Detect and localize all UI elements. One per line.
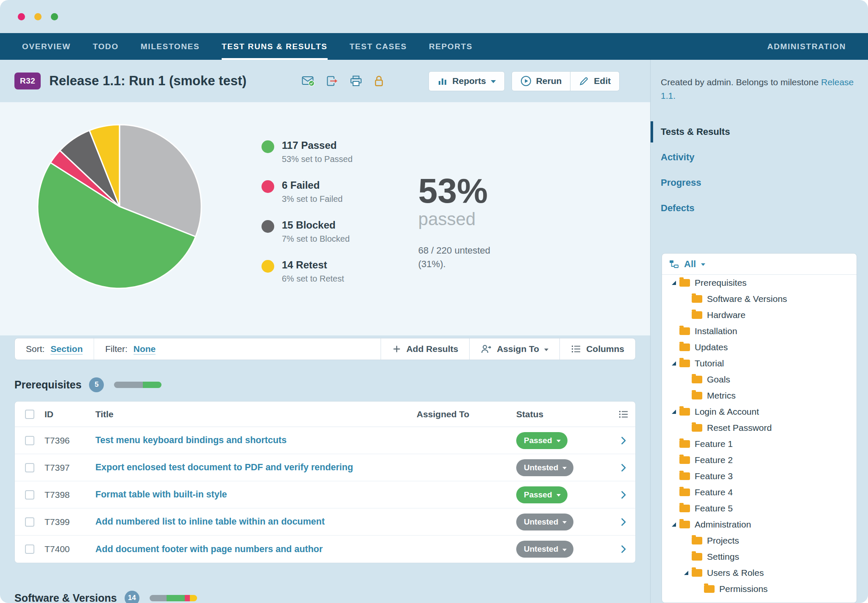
sidebar-item-defects[interactable]: Defects	[651, 195, 868, 221]
nav-tab-todo[interactable]: TODO	[93, 33, 119, 60]
lock-icon[interactable]	[374, 75, 384, 87]
tree-filter-dropdown[interactable]: All	[662, 254, 857, 275]
sidebar-item-activity[interactable]: Activity	[651, 145, 868, 170]
assign-to-button[interactable]: Assign To	[469, 338, 559, 360]
nav-tab-milestones[interactable]: MILESTONES	[141, 33, 200, 60]
add-results-button[interactable]: Add Results	[381, 338, 470, 360]
column-header-status[interactable]: Status	[516, 409, 612, 419]
row-chevron-icon[interactable]	[621, 463, 626, 472]
legend-count: 15 Blocked	[282, 219, 350, 231]
section-title: Prerequisites	[14, 379, 81, 391]
test-title-link[interactable]: Export enclosed test document to PDF and…	[95, 462, 353, 472]
tree-item-metrics[interactable]: Metrics	[662, 388, 857, 404]
folder-icon	[679, 360, 690, 367]
status-label: Untested	[524, 463, 558, 472]
sidebar-item-tests-results[interactable]: Tests & Results	[651, 119, 868, 145]
edit-button[interactable]: Edit	[570, 71, 620, 91]
row-chevron-icon[interactable]	[621, 436, 626, 445]
nav-tab-reports[interactable]: REPORTS	[429, 33, 473, 60]
row-checkbox[interactable]	[25, 463, 34, 472]
status-dropdown[interactable]: Untested	[516, 514, 573, 530]
rerun-edit-group: Rerun Edit	[512, 71, 620, 91]
tests-table: ID Title Assigned To Status T7396 Test m…	[14, 401, 636, 563]
test-title-link[interactable]: Format table with built-in style	[95, 489, 227, 500]
export-icon[interactable]	[326, 75, 338, 87]
row-checkbox[interactable]	[25, 544, 34, 554]
print-icon[interactable]	[350, 75, 362, 87]
email-icon[interactable]	[302, 75, 314, 87]
status-dropdown[interactable]: Passed	[516, 432, 568, 449]
add-results-label: Add Results	[406, 344, 459, 354]
table-row-T7397[interactable]: T7397 Export enclosed test document to P…	[15, 454, 635, 481]
tree-item-feature-2[interactable]: Feature 2	[662, 452, 857, 468]
tree-item-administration[interactable]: Administration	[662, 516, 857, 533]
tree-item-permissions[interactable]: Permissions	[662, 581, 857, 597]
app-window: OVERVIEWTODOMILESTONESTEST RUNS & RESULT…	[0, 0, 868, 603]
tree-item-tutorial[interactable]: Tutorial	[662, 355, 857, 371]
tree-item-feature-3[interactable]: Feature 3	[662, 468, 857, 484]
nav-tab-administration[interactable]: ADMINISTRATION	[767, 33, 846, 60]
tree-item-users-roles[interactable]: Users & Roles	[662, 565, 857, 581]
sidebar-item-progress[interactable]: Progress	[651, 170, 868, 195]
row-chevron-icon[interactable]	[621, 518, 626, 526]
tree-item-installation[interactable]: Installation	[662, 323, 857, 339]
window-zoom-button[interactable]	[51, 13, 58, 20]
divider	[94, 338, 94, 360]
table-row-T7400[interactable]: T7400 Add document footer with page numb…	[15, 536, 635, 563]
legend-item-6-failed: 6 Failed 3% set to Failed	[262, 179, 353, 204]
page-title: Release 1.1: Run 1 (smoke test)	[49, 73, 246, 89]
row-checkbox[interactable]	[25, 490, 34, 500]
test-title-link[interactable]: Add document footer with page numbers an…	[95, 544, 323, 554]
nav-tab-overview[interactable]: OVERVIEW	[22, 33, 71, 60]
section-tree-card: All PrerequisitesSoftware & VersionsHard…	[662, 253, 857, 603]
table-row-T7396[interactable]: T7396 Test menu keyboard bindings and sh…	[15, 427, 635, 454]
expand-arrow-icon[interactable]	[672, 361, 676, 366]
filter-value-link[interactable]: None	[134, 344, 156, 355]
tree-item-feature-1[interactable]: Feature 1	[662, 436, 857, 452]
test-title-link[interactable]: Add numbered list to inline table within…	[95, 516, 325, 527]
tree-item-reset-password[interactable]: Reset Password	[662, 420, 857, 436]
tree-item-hardware[interactable]: Hardware	[662, 307, 857, 323]
window-close-button[interactable]	[18, 13, 25, 20]
tree-item-software-versions[interactable]: Software & Versions	[662, 291, 857, 307]
sort-value-link[interactable]: Section	[50, 344, 83, 355]
status-dropdown[interactable]: Passed	[516, 486, 568, 503]
expand-arrow-icon[interactable]	[684, 571, 688, 575]
tree-item-goals[interactable]: Goals	[662, 371, 857, 388]
row-chevron-icon[interactable]	[621, 545, 626, 553]
column-header-assigned-to[interactable]: Assigned To	[417, 409, 516, 419]
table-row-T7399[interactable]: T7399 Add numbered list to inline table …	[15, 508, 635, 536]
tree-item-feature-5[interactable]: Feature 5	[662, 500, 857, 516]
tree-item-settings[interactable]: Settings	[662, 549, 857, 565]
tree-item-prerequisites[interactable]: Prerequisites	[662, 275, 857, 291]
test-title-link[interactable]: Test menu keyboard bindings and shortcut…	[95, 435, 287, 445]
tree-item-login-account[interactable]: Login & Account	[662, 404, 857, 420]
folder-icon	[692, 311, 702, 319]
row-chevron-icon[interactable]	[621, 491, 626, 499]
nav-tab-test-cases[interactable]: TEST CASES	[350, 33, 407, 60]
window-minimize-button[interactable]	[34, 13, 42, 20]
plus-icon	[392, 344, 401, 354]
progress-segment	[150, 595, 167, 601]
reports-button[interactable]: Reports	[428, 71, 504, 91]
summary-stats: 53% passed 68 / 220 untested (31%).	[418, 173, 509, 271]
columns-button[interactable]: Columns	[559, 338, 635, 360]
row-checkbox[interactable]	[25, 436, 34, 445]
select-all-checkbox[interactable]	[25, 410, 34, 419]
status-dropdown[interactable]: Untested	[516, 541, 573, 558]
tree-item-updates[interactable]: Updates	[662, 339, 857, 355]
column-header-id[interactable]: ID	[45, 409, 95, 419]
status-dropdown[interactable]: Untested	[516, 459, 573, 476]
nav-tab-test-runs-results[interactable]: TEST RUNS & RESULTS	[222, 33, 328, 60]
legend-count: 14 Retest	[282, 259, 344, 271]
tree-item-projects[interactable]: Projects	[662, 533, 857, 549]
row-checkbox[interactable]	[25, 517, 34, 527]
column-header-title[interactable]: Title	[95, 409, 417, 419]
expand-arrow-icon[interactable]	[672, 281, 676, 285]
table-columns-icon[interactable]	[618, 410, 629, 419]
expand-arrow-icon[interactable]	[672, 522, 676, 527]
tree-item-feature-4[interactable]: Feature 4	[662, 484, 857, 500]
expand-arrow-icon[interactable]	[672, 410, 676, 414]
table-row-T7398[interactable]: T7398 Format table with built-in style P…	[15, 481, 635, 508]
rerun-button[interactable]: Rerun	[512, 71, 571, 91]
